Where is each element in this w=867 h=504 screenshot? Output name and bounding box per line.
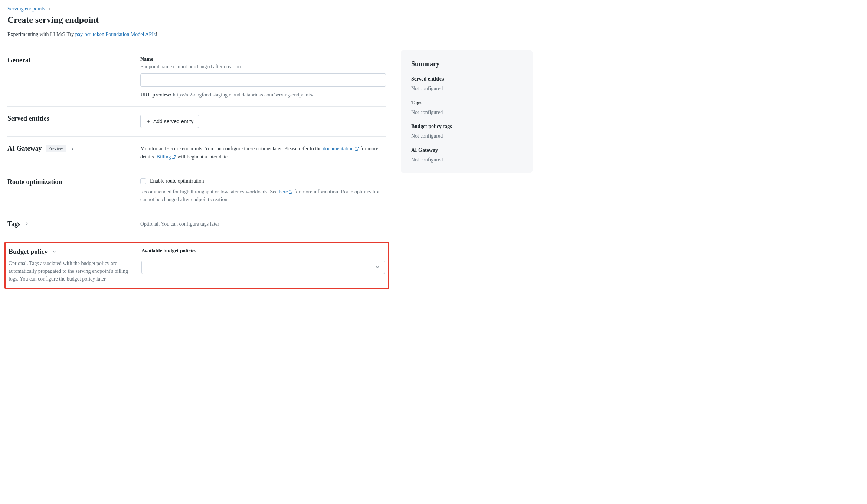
name-input[interactable]	[140, 73, 386, 87]
svg-line-3	[173, 156, 176, 158]
intro-link-foundation-models[interactable]: pay-per-token Foundation Model APIs	[75, 32, 156, 37]
intro-prefix: Experimenting with LLMs? Try	[7, 32, 75, 37]
route-opt-help: Recommended for high throughput or low l…	[140, 188, 386, 203]
route-opt-help-prefix: Recommended for high throughput or low l…	[140, 189, 279, 194]
section-tags: Tags Optional. You can configure tags la…	[7, 212, 386, 236]
enable-route-opt-checkbox[interactable]	[140, 178, 146, 184]
section-heading-served: Served entities	[7, 115, 133, 122]
preview-badge: Preview	[46, 145, 66, 152]
chevron-right-icon	[48, 7, 52, 11]
url-preview: URL preview: https://e2-dogfood.staging.…	[140, 92, 386, 98]
section-heading-general: General	[7, 56, 133, 64]
url-preview-label: URL preview:	[140, 92, 171, 98]
summary-heading: Summary	[411, 60, 522, 68]
section-heading-route-opt: Route optimization	[7, 178, 133, 186]
svg-line-2	[356, 147, 359, 150]
ai-gateway-desc-suffix: will begin at a later date.	[176, 154, 229, 160]
intro-text: Experimenting with LLMs? Try pay-per-tok…	[7, 32, 386, 37]
section-route-optimization: Route optimization Enable route optimiza…	[7, 170, 386, 212]
summary-value-ai-gateway: Not configured	[411, 157, 522, 163]
tags-desc: Optional. You can configure tags later	[140, 220, 386, 228]
summary-item-served: Served entities Not configured	[411, 76, 522, 92]
breadcrumb-link-serving[interactable]: Serving endpoints	[7, 6, 45, 12]
add-served-entity-label: Add served entity	[153, 118, 193, 124]
add-served-entity-button[interactable]: Add served entity	[140, 115, 199, 128]
tags-heading-text: Tags	[7, 220, 20, 228]
summary-label-served: Served entities	[411, 76, 522, 82]
external-link-icon	[171, 155, 176, 159]
chevron-right-icon	[24, 221, 29, 226]
chevron-down-icon	[375, 265, 380, 270]
summary-label-ai-gateway: AI Gateway	[411, 147, 522, 153]
route-opt-here-link[interactable]: here	[279, 189, 293, 194]
budget-policy-select[interactable]	[141, 261, 385, 274]
url-preview-value: https://e2-dogfood.staging.cloud.databri…	[173, 92, 314, 98]
ai-gateway-desc: Monitor and secure endpoints. You can co…	[140, 145, 386, 161]
ai-gateway-desc-prefix: Monitor and secure endpoints. You can co…	[140, 146, 323, 151]
external-link-icon	[288, 190, 293, 194]
budget-heading-text: Budget policy	[9, 248, 48, 256]
summary-item-budget-tags: Budget policy tags Not configured	[411, 124, 522, 139]
summary-label-budget-tags: Budget policy tags	[411, 124, 522, 130]
section-heading-budget[interactable]: Budget policy	[9, 248, 134, 256]
intro-suffix: !	[156, 32, 157, 37]
summary-label-tags: Tags	[411, 100, 522, 106]
section-ai-gateway: AI Gateway Preview Monitor and secure en…	[7, 136, 386, 170]
breadcrumb: Serving endpoints	[7, 6, 386, 12]
chevron-down-icon	[52, 249, 57, 254]
summary-value-served: Not configured	[411, 86, 522, 92]
section-general: General Name Endpoint name cannot be cha…	[7, 48, 386, 106]
billing-link[interactable]: Billing	[157, 154, 176, 160]
section-served-entities: Served entities Add served entity	[7, 106, 386, 136]
summary-item-tags: Tags Not configured	[411, 100, 522, 115]
budget-field-label: Available budget policies	[141, 248, 385, 254]
section-budget-policy: Budget policy Optional. Tags associated …	[6, 248, 388, 283]
summary-item-ai-gateway: AI Gateway Not configured	[411, 147, 522, 163]
budget-desc: Optional. Tags associated with the budge…	[9, 259, 134, 283]
svg-line-4	[290, 190, 292, 192]
summary-value-tags: Not configured	[411, 109, 522, 115]
summary-card: Summary Served entities Not configured T…	[401, 50, 533, 173]
summary-value-budget-tags: Not configured	[411, 133, 522, 139]
budget-policy-highlight: Budget policy Optional. Tags associated …	[4, 242, 389, 289]
name-field-help: Endpoint name cannot be changed after cr…	[140, 64, 386, 70]
ai-gateway-heading-text: AI Gateway	[7, 145, 42, 153]
chevron-right-icon	[70, 146, 75, 151]
external-link-icon	[354, 147, 359, 151]
documentation-link[interactable]: documentation	[323, 146, 359, 151]
enable-route-opt-label: Enable route optimization	[150, 178, 204, 184]
name-field-label: Name	[140, 56, 386, 62]
section-heading-tags[interactable]: Tags	[7, 220, 133, 228]
section-heading-ai-gateway[interactable]: AI Gateway Preview	[7, 145, 133, 153]
plus-icon	[146, 119, 151, 124]
page-title: Create serving endpoint	[7, 15, 386, 25]
